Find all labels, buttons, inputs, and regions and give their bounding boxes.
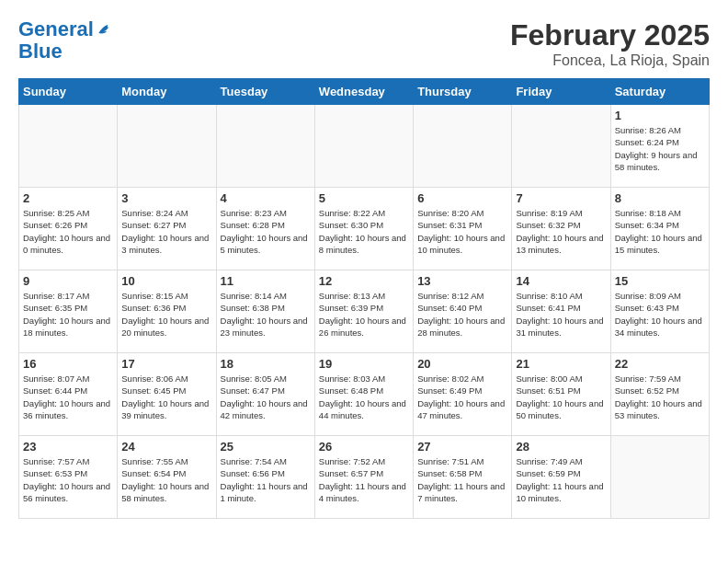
day-number: 4 [221, 191, 311, 205]
calendar-week-row: 23Sunrise: 7:57 AM Sunset: 6:53 PM Dayli… [19, 436, 710, 519]
calendar-cell: 7Sunrise: 8:19 AM Sunset: 6:32 PM Daylig… [512, 188, 610, 270]
weekday-header-thursday: Thursday [414, 79, 512, 105]
logo-bird-icon [96, 20, 114, 39]
weekday-header-monday: Monday [118, 79, 216, 105]
day-info: Sunrise: 7:55 AM Sunset: 6:54 PM Dayligh… [121, 455, 211, 504]
day-number: 17 [121, 357, 211, 371]
day-info: Sunrise: 8:19 AM Sunset: 6:32 PM Dayligh… [516, 207, 606, 256]
calendar-cell [19, 105, 118, 188]
calendar-cell: 13Sunrise: 8:12 AM Sunset: 6:40 PM Dayli… [414, 270, 512, 353]
day-info: Sunrise: 8:25 AM Sunset: 6:26 PM Dayligh… [23, 207, 113, 256]
calendar-week-row: 16Sunrise: 8:07 AM Sunset: 6:44 PM Dayli… [19, 353, 710, 436]
calendar-cell: 17Sunrise: 8:06 AM Sunset: 6:45 PM Dayli… [118, 353, 216, 436]
day-number: 9 [23, 274, 113, 288]
day-info: Sunrise: 8:06 AM Sunset: 6:45 PM Dayligh… [121, 373, 211, 421]
day-number: 18 [221, 357, 311, 371]
location-subtitle: Foncea, La Rioja, Spain [510, 52, 710, 69]
weekday-header-sunday: Sunday [19, 79, 118, 105]
day-number: 13 [417, 274, 507, 288]
day-number: 23 [23, 440, 113, 454]
calendar-cell: 10Sunrise: 8:15 AM Sunset: 6:36 PM Dayli… [118, 270, 216, 353]
day-number: 6 [417, 191, 507, 205]
calendar-cell [314, 105, 413, 188]
logo-blue-text: Blue [18, 40, 114, 63]
day-info: Sunrise: 8:23 AM Sunset: 6:28 PM Dayligh… [221, 207, 311, 256]
day-info: Sunrise: 7:51 AM Sunset: 6:58 PM Dayligh… [417, 455, 507, 504]
day-info: Sunrise: 8:24 AM Sunset: 6:27 PM Dayligh… [121, 207, 211, 256]
calendar-cell: 1Sunrise: 8:26 AM Sunset: 6:24 PM Daylig… [610, 105, 709, 188]
day-number: 7 [516, 191, 606, 205]
day-number: 24 [121, 440, 211, 454]
calendar-cell: 18Sunrise: 8:05 AM Sunset: 6:47 PM Dayli… [216, 353, 314, 436]
calendar-cell: 16Sunrise: 8:07 AM Sunset: 6:44 PM Dayli… [19, 353, 118, 436]
day-number: 10 [121, 274, 211, 288]
day-number: 12 [319, 274, 409, 288]
day-number: 3 [121, 191, 211, 205]
calendar-cell: 21Sunrise: 8:00 AM Sunset: 6:51 PM Dayli… [512, 353, 610, 436]
calendar-cell [216, 105, 314, 188]
calendar-week-row: 1Sunrise: 8:26 AM Sunset: 6:24 PM Daylig… [19, 105, 710, 188]
day-info: Sunrise: 8:18 AM Sunset: 6:34 PM Dayligh… [615, 207, 705, 256]
month-year-title: February 2025 [510, 18, 710, 52]
calendar-cell: 3Sunrise: 8:24 AM Sunset: 6:27 PM Daylig… [118, 188, 216, 270]
day-number: 14 [516, 274, 606, 288]
day-number: 1 [615, 109, 705, 122]
day-number: 2 [23, 191, 113, 205]
day-info: Sunrise: 8:26 AM Sunset: 6:24 PM Dayligh… [615, 124, 705, 173]
day-info: Sunrise: 8:00 AM Sunset: 6:51 PM Dayligh… [516, 373, 606, 421]
day-info: Sunrise: 8:14 AM Sunset: 6:38 PM Dayligh… [221, 290, 311, 339]
page-header: General Blue February 2025 Foncea, La Ri… [18, 18, 710, 69]
day-info: Sunrise: 8:07 AM Sunset: 6:44 PM Dayligh… [23, 373, 113, 421]
day-info: Sunrise: 7:59 AM Sunset: 6:52 PM Dayligh… [615, 373, 705, 421]
calendar-cell: 14Sunrise: 8:10 AM Sunset: 6:41 PM Dayli… [512, 270, 610, 353]
calendar-cell: 8Sunrise: 8:18 AM Sunset: 6:34 PM Daylig… [610, 188, 709, 270]
day-info: Sunrise: 8:12 AM Sunset: 6:40 PM Dayligh… [417, 290, 507, 339]
day-info: Sunrise: 7:57 AM Sunset: 6:53 PM Dayligh… [23, 455, 113, 504]
calendar-cell: 9Sunrise: 8:17 AM Sunset: 6:35 PM Daylig… [19, 270, 118, 353]
calendar-cell: 4Sunrise: 8:23 AM Sunset: 6:28 PM Daylig… [216, 188, 314, 270]
calendar-cell: 11Sunrise: 8:14 AM Sunset: 6:38 PM Dayli… [216, 270, 314, 353]
day-info: Sunrise: 8:13 AM Sunset: 6:39 PM Dayligh… [319, 290, 409, 339]
weekday-header-wednesday: Wednesday [314, 79, 413, 105]
day-info: Sunrise: 7:52 AM Sunset: 6:57 PM Dayligh… [319, 455, 409, 504]
day-number: 20 [417, 357, 507, 371]
weekday-header-saturday: Saturday [610, 79, 709, 105]
calendar-cell: 28Sunrise: 7:49 AM Sunset: 6:59 PM Dayli… [512, 436, 610, 519]
day-number: 16 [23, 357, 113, 371]
calendar-cell [512, 105, 610, 188]
calendar-cell: 15Sunrise: 8:09 AM Sunset: 6:43 PM Dayli… [610, 270, 709, 353]
day-number: 22 [615, 357, 705, 371]
calendar-cell: 2Sunrise: 8:25 AM Sunset: 6:26 PM Daylig… [19, 188, 118, 270]
day-number: 25 [221, 440, 311, 454]
calendar-week-row: 2Sunrise: 8:25 AM Sunset: 6:26 PM Daylig… [19, 188, 710, 270]
day-info: Sunrise: 8:17 AM Sunset: 6:35 PM Dayligh… [23, 290, 113, 339]
calendar-cell [414, 105, 512, 188]
calendar-cell: 5Sunrise: 8:22 AM Sunset: 6:30 PM Daylig… [314, 188, 413, 270]
calendar-cell: 12Sunrise: 8:13 AM Sunset: 6:39 PM Dayli… [314, 270, 413, 353]
day-info: Sunrise: 8:05 AM Sunset: 6:47 PM Dayligh… [221, 373, 311, 421]
calendar-week-row: 9Sunrise: 8:17 AM Sunset: 6:35 PM Daylig… [19, 270, 710, 353]
weekday-header-friday: Friday [512, 79, 610, 105]
day-info: Sunrise: 8:09 AM Sunset: 6:43 PM Dayligh… [615, 290, 705, 339]
day-info: Sunrise: 8:15 AM Sunset: 6:36 PM Dayligh… [121, 290, 211, 339]
day-number: 5 [319, 191, 409, 205]
calendar-cell: 25Sunrise: 7:54 AM Sunset: 6:56 PM Dayli… [216, 436, 314, 519]
calendar-cell: 22Sunrise: 7:59 AM Sunset: 6:52 PM Dayli… [610, 353, 709, 436]
day-info: Sunrise: 7:54 AM Sunset: 6:56 PM Dayligh… [221, 455, 311, 504]
day-number: 26 [319, 440, 409, 454]
calendar-table: SundayMondayTuesdayWednesdayThursdayFrid… [18, 78, 710, 519]
logo-text: General [18, 18, 94, 40]
day-info: Sunrise: 7:49 AM Sunset: 6:59 PM Dayligh… [516, 455, 606, 504]
calendar-cell [118, 105, 216, 188]
day-info: Sunrise: 8:20 AM Sunset: 6:31 PM Dayligh… [417, 207, 507, 256]
calendar-cell: 19Sunrise: 8:03 AM Sunset: 6:48 PM Dayli… [314, 353, 413, 436]
day-info: Sunrise: 8:22 AM Sunset: 6:30 PM Dayligh… [319, 207, 409, 256]
calendar-cell: 24Sunrise: 7:55 AM Sunset: 6:54 PM Dayli… [118, 436, 216, 519]
day-number: 8 [615, 191, 705, 205]
day-number: 11 [221, 274, 311, 288]
weekday-header-row: SundayMondayTuesdayWednesdayThursdayFrid… [19, 79, 710, 105]
day-number: 19 [319, 357, 409, 371]
day-info: Sunrise: 8:02 AM Sunset: 6:49 PM Dayligh… [417, 373, 507, 421]
calendar-cell [610, 436, 709, 519]
day-number: 21 [516, 357, 606, 371]
